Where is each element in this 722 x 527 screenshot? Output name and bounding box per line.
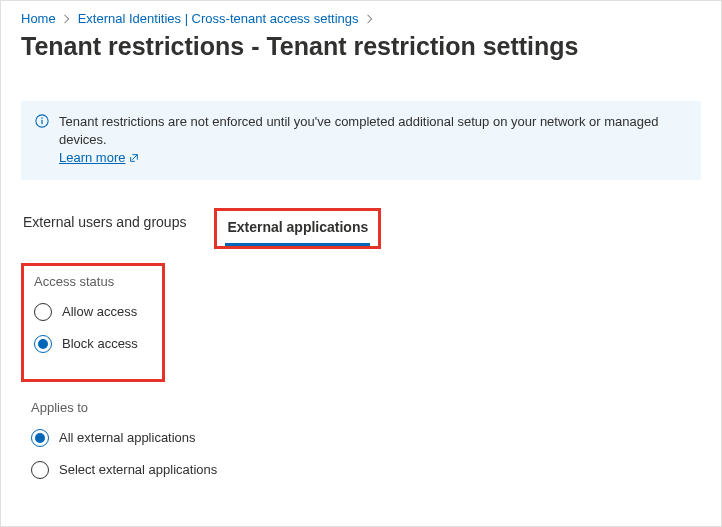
radio-icon xyxy=(31,429,49,447)
radio-select-external-applications[interactable]: Select external applications xyxy=(31,461,701,479)
radio-allow-access[interactable]: Allow access xyxy=(34,303,138,321)
radio-all-external-applications[interactable]: All external applications xyxy=(31,429,701,447)
tab-external-applications[interactable]: External applications xyxy=(225,213,370,246)
learn-more-label: Learn more xyxy=(59,149,125,167)
page-title: Tenant restrictions - Tenant restriction… xyxy=(21,32,701,61)
radio-allow-label: Allow access xyxy=(62,304,137,319)
radio-select-label: Select external applications xyxy=(59,462,217,477)
breadcrumb: Home External Identities | Cross-tenant … xyxy=(21,11,701,26)
radio-icon xyxy=(31,461,49,479)
info-icon xyxy=(35,114,49,133)
tabs: External users and groups External appli… xyxy=(21,208,701,249)
radio-all-label: All external applications xyxy=(59,430,196,445)
radio-block-label: Block access xyxy=(62,336,138,351)
radio-block-access[interactable]: Block access xyxy=(34,335,138,353)
breadcrumb-external-identities[interactable]: External Identities | Cross-tenant acces… xyxy=(78,11,359,26)
breadcrumb-home[interactable]: Home xyxy=(21,11,56,26)
svg-rect-2 xyxy=(41,120,42,124)
learn-more-link[interactable]: Learn more xyxy=(59,149,139,167)
svg-point-1 xyxy=(41,117,43,119)
tab-external-users-groups[interactable]: External users and groups xyxy=(21,208,188,240)
external-link-icon xyxy=(129,153,139,163)
radio-icon xyxy=(34,335,52,353)
radio-icon xyxy=(34,303,52,321)
info-banner-text: Tenant restrictions are not enforced unt… xyxy=(59,114,658,147)
applies-to-label: Applies to xyxy=(21,400,701,415)
highlight-external-applications: External applications xyxy=(214,208,381,249)
chevron-right-icon xyxy=(365,14,375,24)
chevron-right-icon xyxy=(62,14,72,24)
info-banner: Tenant restrictions are not enforced unt… xyxy=(21,101,701,180)
highlight-access-status: Access status Allow access Block access xyxy=(21,263,165,382)
access-status-label: Access status xyxy=(34,274,138,289)
